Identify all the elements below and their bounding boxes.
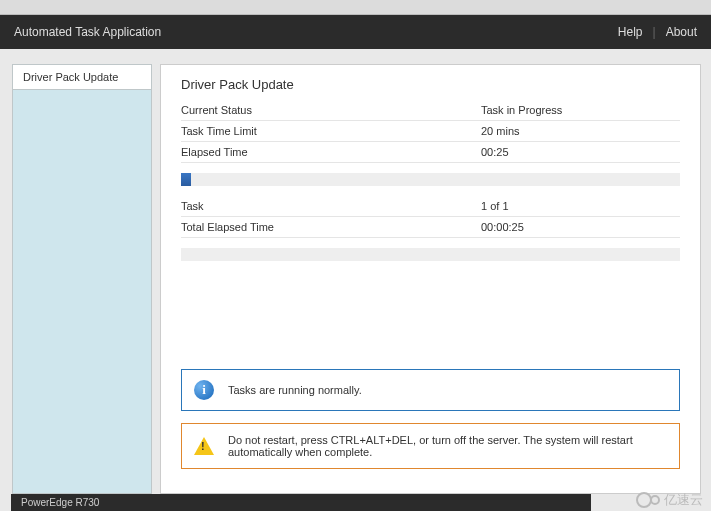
status-row: Elapsed Time 00:25 — [181, 142, 680, 163]
summary-row: Total Elapsed Time 00:00:25 — [181, 217, 680, 238]
help-link[interactable]: Help — [618, 25, 643, 39]
app-header: Automated Task Application Help | About — [0, 15, 711, 49]
main-panel: Driver Pack Update Current Status Task i… — [160, 64, 701, 494]
info-message-box: i Tasks are running normally. — [181, 369, 680, 411]
value: Task in Progress — [481, 104, 680, 116]
sidebar: Driver Pack Update — [12, 64, 152, 494]
status-row: Current Status Task in Progress — [181, 100, 680, 121]
footer-bar: PowerEdge R730 — [11, 494, 591, 511]
warning-icon — [194, 437, 214, 455]
status-row: Task Time Limit 20 mins — [181, 121, 680, 142]
separator: | — [653, 25, 656, 39]
label: Current Status — [181, 104, 481, 116]
about-link[interactable]: About — [666, 25, 697, 39]
sidebar-item-driver-pack-update[interactable]: Driver Pack Update — [13, 65, 151, 90]
label: Elapsed Time — [181, 146, 481, 158]
value: 00:25 — [481, 146, 680, 158]
value: 00:00:25 — [481, 221, 680, 233]
spacer — [181, 271, 680, 369]
page-title: Driver Pack Update — [181, 77, 680, 92]
watermark: 亿速云 — [636, 491, 703, 509]
total-progress-bar — [181, 248, 680, 261]
info-icon: i — [194, 380, 214, 400]
value: 1 of 1 — [481, 200, 680, 212]
info-message-text: Tasks are running normally. — [228, 384, 362, 396]
task-progress-fill — [181, 173, 191, 186]
watermark-text: 亿速云 — [664, 491, 703, 509]
summary-row: Task 1 of 1 — [181, 196, 680, 217]
warning-message-text: Do not restart, press CTRL+ALT+DEL, or t… — [228, 434, 667, 458]
warning-message-box: Do not restart, press CTRL+ALT+DEL, or t… — [181, 423, 680, 469]
app-title: Automated Task Application — [14, 25, 161, 39]
model-label: PowerEdge R730 — [21, 497, 99, 508]
value: 20 mins — [481, 125, 680, 137]
window-chrome — [0, 0, 711, 15]
header-actions: Help | About — [618, 25, 697, 39]
label: Task — [181, 200, 481, 212]
label: Total Elapsed Time — [181, 221, 481, 233]
body: Driver Pack Update Driver Pack Update Cu… — [0, 49, 711, 494]
label: Task Time Limit — [181, 125, 481, 137]
watermark-icon — [650, 495, 660, 505]
task-progress-bar — [181, 173, 680, 186]
